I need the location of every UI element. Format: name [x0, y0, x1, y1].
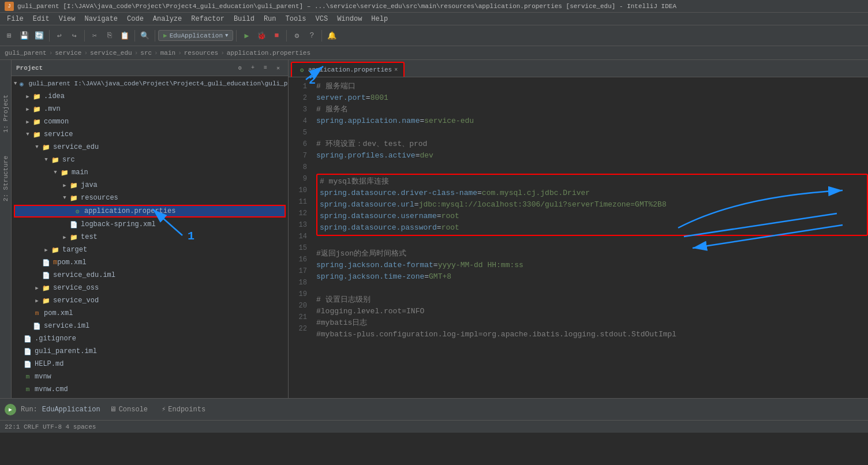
editor-content[interactable]: 1 2 3 4 5 6 7 8 9 10 11 12 13 14 15 16 1 — [289, 77, 868, 398]
console-tab[interactable]: 🖥 Console — [105, 403, 152, 416]
tree-service-edu-iml[interactable]: 📄 service_edu.iml — [12, 269, 288, 282]
toolbar-sep5 — [236, 30, 237, 42]
line-num-16: 16 — [289, 254, 307, 265]
tree-service-vod[interactable]: ▶ 📁 service_vod — [12, 294, 288, 307]
tree-mvnw-cmd[interactable]: m mvnw.cmd — [12, 383, 288, 396]
tree-pom-root[interactable]: m pom.xml — [12, 396, 288, 398]
tree-service-edu[interactable]: ▼ 📁 service_edu — [12, 141, 288, 153]
project-side-tab[interactable]: 1: Project — [2, 95, 9, 133]
breadcrumb-main[interactable]: main — [160, 50, 175, 57]
breadcrumb-src[interactable]: src — [140, 50, 152, 57]
breadcrumb-service-edu[interactable]: service_edu — [90, 50, 132, 57]
project-expand-btn[interactable]: + — [248, 63, 258, 73]
menu-code[interactable]: Code — [122, 13, 148, 25]
notification-btn[interactable]: 🔔 — [325, 29, 339, 43]
project-settings-btn[interactable]: ≡ — [260, 63, 271, 73]
editor-area: 1 2 3 4 5 6 7 8 9 10 11 12 13 14 15 16 1 — [289, 77, 868, 398]
service-edu-iml-label: service_edu.iml — [53, 271, 115, 279]
menu-edit[interactable]: Edit — [28, 13, 54, 25]
logback-label: logback-spring.xml — [81, 220, 156, 228]
menu-refactor[interactable]: Refactor — [186, 13, 229, 25]
tree-gitignore[interactable]: 📄 .gitignore — [12, 332, 288, 345]
breadcrumb-guli-parent[interactable]: guli_parent — [5, 50, 47, 57]
tree-mvn[interactable]: ▶ 📁 .mvn — [12, 103, 288, 115]
debug-btn[interactable]: 🐞 — [255, 29, 268, 43]
tree-idea[interactable]: ▶ 📁 .idea — [12, 90, 288, 103]
app-icon: J — [5, 2, 14, 11]
run-btn[interactable]: ▶ — [240, 29, 253, 43]
settings-btn[interactable]: ⚙ — [290, 29, 304, 43]
menu-build[interactable]: Build — [229, 13, 259, 25]
endpoints-tab[interactable]: ⚡ Endpoints — [157, 403, 210, 416]
menu-file[interactable]: File — [2, 13, 28, 25]
line-num-10: 10 — [289, 185, 307, 196]
structure-side-tab[interactable]: 2: Structure — [2, 156, 9, 201]
tree-logback[interactable]: 📄 logback-spring.xml — [12, 218, 288, 231]
tree-pom-service[interactable]: m pom.xml — [12, 307, 288, 320]
breadcrumb-application-properties[interactable]: application.properties — [227, 50, 310, 57]
menu-view[interactable]: View — [54, 13, 80, 25]
project-close-btn[interactable]: ✕ — [273, 63, 283, 73]
service-folder-icon: 📁 — [32, 130, 42, 139]
breadcrumb-service[interactable]: service — [55, 50, 81, 57]
tree-service[interactable]: ▼ 📁 service — [12, 128, 288, 141]
stop-btn[interactable]: ■ — [270, 29, 283, 43]
tree-root[interactable]: ▼ ◉ guli_parent I:\JAVA\java_code\Projec… — [12, 77, 288, 90]
tree-java[interactable]: ▶ 📁 java — [12, 179, 288, 192]
tree-common[interactable]: ▶ 📁 common — [12, 115, 288, 128]
run-config-selector[interactable]: ▶ EduApplication ▼ — [158, 30, 233, 41]
tree-target[interactable]: ▶ 📁 target — [12, 243, 288, 256]
toolbar-paste-btn[interactable]: 📋 — [118, 29, 132, 43]
toolbar-undo-btn[interactable]: ↩ — [53, 29, 66, 43]
tab-close-btn[interactable]: × — [394, 67, 398, 73]
toolbar-search-btn[interactable]: 🔍 — [138, 29, 152, 43]
service-iml-icon: 📄 — [32, 321, 42, 331]
line16-key: spring.jackson.date-format — [316, 260, 433, 271]
toolbar-redo-btn[interactable]: ↪ — [68, 29, 81, 43]
run-config-dropdown[interactable]: ▼ — [225, 33, 228, 39]
breadcrumb-resources[interactable]: resources — [184, 50, 218, 57]
toolbar-sep1 — [49, 30, 50, 42]
tree-mvnw[interactable]: m mvnw — [12, 370, 288, 383]
code-line-4: spring.application.name=service-edu — [316, 115, 868, 127]
tree-resources[interactable]: ▼ 📁 resources — [12, 192, 288, 204]
toolbar-cut-btn[interactable]: ✂ — [88, 29, 102, 43]
tree-src[interactable]: ▼ 📁 src — [12, 153, 288, 166]
line-num-3: 3 — [289, 104, 307, 115]
left-side-panel: 1: Project 2: Structure — [0, 60, 12, 398]
run-play-button[interactable]: ▶ — [5, 404, 16, 415]
run-config-icon: ▶ — [163, 32, 167, 39]
menu-navigate[interactable]: Navigate — [80, 13, 122, 25]
menu-tools[interactable]: Tools — [281, 13, 311, 25]
menu-vcs[interactable]: VCS — [311, 13, 333, 25]
menu-run[interactable]: Run — [259, 13, 281, 25]
tree-service-oss[interactable]: ▶ 📁 service_oss — [12, 282, 288, 294]
code-content[interactable]: # 服务端口 server.port=8001 # 服务名 spring.app… — [312, 77, 868, 398]
toolbar-project-btn[interactable]: ⊞ — [2, 29, 16, 43]
toolbar-save-btn[interactable]: 💾 — [17, 29, 31, 43]
code-line-6: # 环境设置：dev、test、prod — [316, 138, 868, 150]
menu-window[interactable]: Window — [332, 13, 366, 25]
code-line-2: server.port=8001 — [316, 92, 868, 104]
help-toolbar-btn[interactable]: ? — [305, 29, 319, 43]
console-icon: 🖥 — [110, 405, 117, 414]
tree-service-iml[interactable]: 📄 service.iml — [12, 320, 288, 332]
line-num-13: 13 — [289, 219, 307, 231]
tree-application-properties[interactable]: ⚙ application.properties — [14, 205, 286, 217]
menu-help[interactable]: Help — [366, 13, 392, 25]
tree-pom-edu[interactable]: 📄 m pom.xml — [12, 256, 288, 269]
code-line-15: #返回json的全局时间格式 — [316, 248, 868, 260]
tree-main[interactable]: ▼ 📁 main — [12, 166, 288, 179]
run-app-name: EduApplication — [42, 406, 100, 414]
toolbar-copy-btn[interactable]: ⎘ — [103, 29, 117, 43]
src-icon: 📁 — [51, 155, 60, 164]
target-label: target — [62, 246, 87, 254]
project-gear-btn[interactable]: ⚙ — [235, 63, 245, 73]
tab-application-properties[interactable]: ⚙ application.properties × — [291, 62, 405, 77]
menu-analyze[interactable]: Analyze — [148, 13, 186, 25]
tree-help-md[interactable]: 📄 HELP.md — [12, 358, 288, 370]
tree-test[interactable]: ▶ 📁 test — [12, 231, 288, 243]
line-num-1: 1 — [289, 81, 307, 92]
tree-guli-parent-iml[interactable]: 📄 guli_parent.iml — [12, 345, 288, 358]
toolbar-sync-btn[interactable]: 🔄 — [32, 29, 46, 43]
